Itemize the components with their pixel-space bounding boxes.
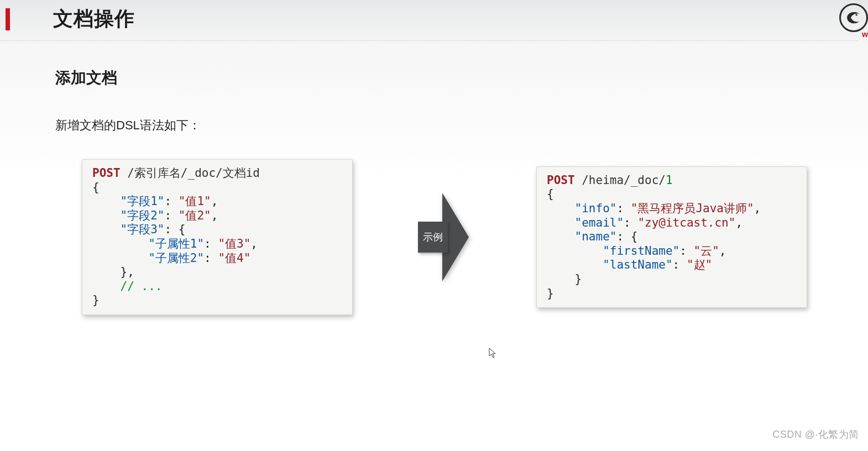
svg-point-0 [855, 14, 857, 15]
brand-logo-icon [839, 3, 868, 32]
watermark: CSDN @·化繁为简 [772, 428, 859, 441]
code-block-example: POST /heima/_doc/1 { "info": "黑马程序员Java讲… [536, 166, 807, 308]
page-title: 文档操作 [53, 6, 135, 33]
code-row: POST /索引库名/_doc/文档id { "字段1": "值1", "字段2… [55, 159, 813, 315]
arrow-label: 示例 [423, 230, 443, 244]
http-path: /索引库名/_doc/文档id [121, 166, 260, 180]
cursor-icon [489, 348, 498, 359]
slide-content: 添加文档 新增文档的DSL语法如下： POST /索引库名/_doc/文档id … [0, 41, 868, 315]
slide-header: 文档操作 w [0, 0, 858, 41]
http-path: /heima/_doc/ [575, 174, 666, 187]
intro-text: 新增文档的DSL语法如下： [55, 117, 813, 134]
doc-id: 1 [666, 174, 673, 187]
http-method: POST [547, 174, 575, 187]
section-title: 添加文档 [55, 67, 813, 88]
brand-sub: w [862, 30, 868, 39]
arrow-icon: 示例 [418, 193, 470, 281]
accent-bar [6, 8, 10, 30]
code-block-template: POST /索引库名/_doc/文档id { "字段1": "值1", "字段2… [82, 159, 353, 315]
http-method: POST [92, 166, 121, 180]
